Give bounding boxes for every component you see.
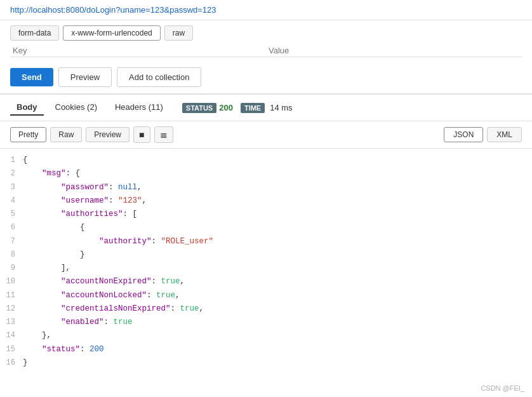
code-line-16: 16 } [0,356,532,370]
tab-body[interactable]: Body [10,100,44,116]
status-value: 200 [219,103,233,112]
fmt-raw[interactable]: Raw [50,127,82,142]
code-line-7: 7 "authority": "ROLE_user" [0,235,532,248]
format-toolbar: Pretty Raw Preview ■ ≣ JSON XML [0,121,532,149]
time-label: TIME [241,103,265,113]
status-badge: STATUS 200 TIME 14 ms [182,103,293,113]
code-line-11: 11 "accountNonLocked": true, [0,289,532,302]
key-input[interactable] [10,44,266,57]
tab-headers[interactable]: Headers (11) [109,100,170,116]
code-line-5: 5 "authorities": [ [0,208,532,221]
format-align-btn[interactable]: ≣ [154,126,173,143]
tab-cookies[interactable]: Cookies (2) [49,100,103,116]
code-line-4: 4 "username": "123", [0,194,532,208]
tab-x-www-form-urlencoded[interactable]: x-www-form-urlencoded [63,25,160,41]
request-tabs-row: form-data x-www-form-urlencoded raw [0,20,532,41]
url-bar: http://localhost:8080/doLogin?uname=123&… [0,0,532,20]
code-line-1: 1 { [0,154,532,167]
code-line-8: 8 } [0,248,532,262]
code-line-9: 9 ], [0,262,532,275]
status-label: STATUS [182,103,216,113]
time-value: 14 ms [270,103,292,112]
type-json[interactable]: JSON [444,127,483,142]
code-line-15: 15 "status": 200 [0,343,532,356]
code-line-2: 2 "msg": { [0,167,532,180]
watermark: CSDN @FEI_ [481,384,524,392]
tab-raw[interactable]: raw [164,25,193,41]
action-row: Send Preview Add to collection [0,61,532,95]
url-text: http://localhost:8080/doLogin?uname=123&… [10,5,216,15]
value-input[interactable] [266,44,522,57]
type-xml[interactable]: XML [487,127,522,142]
stop-icon-btn[interactable]: ■ [133,126,150,143]
code-line-12: 12 "credentialsNonExpired": true, [0,302,532,316]
kv-row [0,41,532,61]
response-tabs-row: Body Cookies (2) Headers (11) STATUS 200… [0,95,532,121]
tab-form-data[interactable]: form-data [10,25,59,41]
code-line-10: 10 "accountNonExpired": true, [0,275,532,288]
add-to-collection-button[interactable]: Add to collection [117,67,201,87]
fmt-pretty[interactable]: Pretty [10,127,46,142]
code-line-3: 3 "password": null, [0,181,532,194]
code-line-13: 13 "enabled": true [0,316,532,329]
fmt-preview[interactable]: Preview [86,127,130,142]
send-button[interactable]: Send [10,68,53,86]
code-area: 1 { 2 "msg": { 3 "password": null, 4 "us… [0,149,532,375]
code-line-14: 14 }, [0,329,532,342]
code-line-6: 6 { [0,221,532,234]
preview-button[interactable]: Preview [58,67,112,87]
